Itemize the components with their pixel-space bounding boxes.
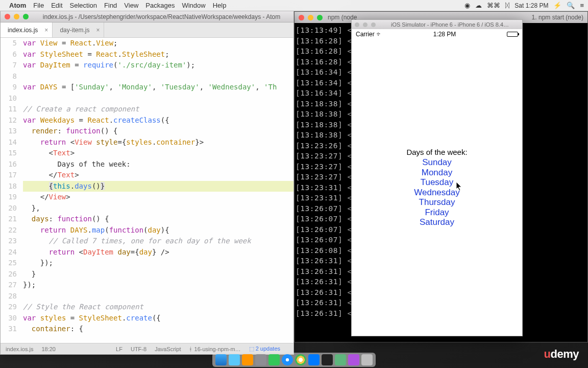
menubar-app-name[interactable]: Atom [9,2,26,9]
dock-app-icon[interactable] [242,354,253,365]
udemy-watermark: udemy [544,348,579,361]
menu-view[interactable]: View [124,2,138,9]
code-line[interactable]: var Weekdays = React.createClass({ [23,115,293,126]
code-line[interactable]: }); [23,280,293,291]
code-line[interactable] [23,291,293,302]
dock-trash-icon[interactable] [361,354,373,365]
code-line[interactable]: days: function() { [23,214,293,225]
line-number: 10 [1,93,17,104]
status-cursor-pos[interactable]: 18:20 [41,346,56,352]
close-tab-icon[interactable]: × [44,27,48,34]
menubar-clock[interactable]: Sat 1:28 PM [514,2,548,9]
menu-window[interactable]: Window [182,2,205,9]
close-tab-icon[interactable]: × [96,27,100,34]
terminal-title-right: 1. npm start (node) [532,12,583,23]
close-icon[interactable] [5,14,10,19]
dock[interactable] [212,353,376,367]
menu-file[interactable]: File [33,2,44,9]
spotlight-icon[interactable]: 🔍 [567,2,575,9]
code-area[interactable]: var View = React.View;var StyleSheet = R… [21,38,293,343]
menu-help[interactable]: Help [213,2,227,9]
line-number: 11 [1,104,17,115]
menu-edit[interactable]: Edit [51,2,62,9]
close-icon[interactable] [355,22,359,27]
atom-title: index.ios.js - /Users/stephengrider/work… [34,13,289,20]
code-line[interactable]: </Text> [23,170,293,181]
dock-app-icon[interactable] [255,354,266,365]
ios-simulator-window[interactable]: iOS Simulator - iPhone 6 - iPhone 6 / iO… [351,19,523,336]
status-git-branch[interactable]: ᚼ 16-using-npm-m… [189,346,240,352]
code-line[interactable]: }); [23,258,293,269]
line-number: 14 [1,137,17,148]
line-number: 23 [1,236,17,247]
status-updates[interactable]: ⬚ 2 updates [249,346,280,352]
sim-app-content[interactable]: Days of the week: Sunday Monday Tuesday … [352,39,522,336]
atom-traffic-lights[interactable] [5,14,29,19]
code-line[interactable]: return <View style={styles.container}> [23,137,293,148]
menubar-sync-icon[interactable]: ⌘⌘ [487,2,500,9]
menubar-status-icon[interactable]: ◉ [464,2,470,9]
menubar-battery-icon[interactable]: ⚡ [553,2,561,9]
terminal-traffic-lights[interactable] [299,15,323,20]
code-line[interactable]: // Called 7 times, one for each day of t… [23,236,293,247]
line-number: 8 [1,71,17,82]
atom-titlebar[interactable]: index.ios.js - /Users/stephengrider/work… [1,11,293,22]
dock-safari-icon[interactable] [282,354,293,365]
tab-day-item-js[interactable]: day-item.js × [53,22,104,37]
menu-find[interactable]: Find [104,2,117,9]
menu-selection[interactable]: Selection [70,2,97,9]
notification-icon[interactable]: ≡ [580,2,584,9]
zoom-icon[interactable] [371,22,376,27]
code-editor[interactable]: 5678910111213141516171819202122232425262… [1,38,293,343]
menubar-extra-icon[interactable]: ᛞ [505,2,509,9]
code-line[interactable]: Days of the week: [23,159,293,170]
line-number: 22 [1,225,17,236]
code-line[interactable]: </View> [23,192,293,203]
code-line[interactable]: {this.days()} [23,181,293,192]
code-line[interactable] [23,93,293,104]
status-language[interactable]: JavaScript [155,346,181,352]
code-line[interactable] [23,71,293,82]
simulator-traffic-lights[interactable] [355,22,376,27]
code-line[interactable]: return DAYS.map(function(day){ [23,225,293,236]
line-number: 7 [1,60,17,71]
code-line[interactable]: // Create a react component [23,104,293,115]
code-line[interactable]: var View = React.View; [23,38,293,49]
line-number: 30 [1,313,17,324]
sim-day-wednesday: Wednesday [414,188,459,198]
dock-chrome-icon[interactable] [295,354,306,365]
code-line[interactable]: container: { [23,324,293,335]
menu-packages[interactable]: Packages [145,2,175,9]
code-line[interactable]: } [23,269,293,280]
code-line[interactable]: <Text> [23,148,293,159]
code-line[interactable]: var DayItem = require('./src/day-item'); [23,60,293,71]
code-line[interactable]: }, [23,203,293,214]
dock-atom-icon[interactable] [335,354,346,365]
zoom-icon[interactable] [317,15,323,20]
dock-app-icon[interactable] [348,354,359,365]
dock-app-icon[interactable] [268,354,280,365]
atom-window[interactable]: index.ios.js - /Users/stephengrider/work… [0,11,294,355]
code-line[interactable]: render: function() { [23,126,293,137]
menubar-cloud-icon[interactable]: ☁ [475,2,482,9]
code-line[interactable]: var styles = StyleSheet.create({ [23,313,293,324]
dock-app-icon[interactable] [308,354,320,365]
simulator-titlebar[interactable]: iOS Simulator - iPhone 6 - iPhone 6 / iO… [352,20,522,29]
status-file[interactable]: index.ios.js [6,346,33,352]
code-line[interactable]: // Style the React component [23,302,293,313]
line-number: 17 [1,170,17,181]
minimize-icon[interactable] [308,15,313,20]
status-encoding[interactable]: UTF-8 [131,346,146,352]
zoom-icon[interactable] [23,14,29,19]
status-line-ending[interactable]: LF [116,346,122,352]
minimize-icon[interactable] [363,22,368,27]
close-icon[interactable] [299,15,304,20]
code-line[interactable]: return <DayItem day={day} /> [23,247,293,258]
dock-terminal-icon[interactable] [322,354,333,365]
code-line[interactable]: var StyleSheet = React.StyleSheet; [23,49,293,60]
code-line[interactable]: var DAYS = ['Sunday', 'Monday', 'Tuesday… [23,82,293,93]
dock-app-icon[interactable] [229,354,240,365]
dock-finder-icon[interactable] [215,354,227,365]
minimize-icon[interactable] [14,14,19,19]
tab-index-ios-js[interactable]: index.ios.js × [1,22,53,37]
